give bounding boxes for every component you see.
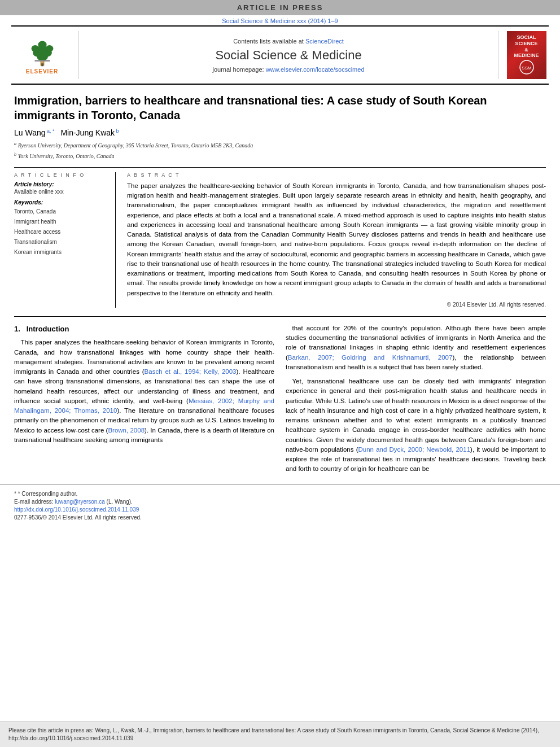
ref-barkan-link[interactable]: Barkan, 2007; Goldring and Krishnamurti,… [288,354,453,361]
author-2-super: b [115,128,119,134]
two-col-body: 1. Introduction This paper analyzes the … [14,324,546,479]
keyword-3: Healthcare access [14,227,110,237]
svg-rect-10 [41,63,43,66]
affil-2-marker: b [14,152,16,157]
issn-line: 0277-9536/© 2014 Elsevier Ltd. All right… [14,514,546,521]
corresponding-author-note: * * Corresponding author. [14,491,546,497]
corresponding-star: * [14,491,16,497]
intro-para-1: This paper analyzes the healthcare-seeki… [14,338,274,445]
intro-para-3-right: Yet, transnational healthcare use can be… [286,377,546,474]
intro-para-2-right: that account for 20% of the country's po… [286,324,546,372]
doi-line: http://dx.doi.org/10.1016/j.socscimed.20… [14,506,546,513]
section-num: 1. [14,325,20,333]
contents-list-line: Contents lists available at ScienceDirec… [233,38,344,45]
elsevier-logo: ELSEVIER [23,36,62,75]
info-abstract-row: A R T I C L E I N F O Article history: A… [14,172,546,308]
elsevier-text-label: ELSEVIER [26,68,58,75]
elsevier-tree-icon [23,36,62,67]
sciencedirect-link[interactable]: ScienceDirect [305,38,344,45]
svg-point-6 [45,45,53,52]
copyright-line: © 2014 Elsevier Ltd. All rights reserved… [127,302,546,308]
journal-homepage-line: journal homepage: www.elsevier.com/locat… [212,66,364,73]
ssm-logo-icon: SSM [518,59,535,76]
affil-2-text: York University, Toronto, Ontario, Canad… [18,153,115,159]
affil-1: a Ryerson University, Department of Geog… [14,141,546,150]
affil-1-text: Ryerson University, Department of Geogra… [18,143,253,149]
elsevier-logo-area: ELSEVIER [11,31,79,79]
journal-header: ELSEVIER Contents lists available at Sci… [11,25,549,85]
ssm-cover-image: SOCIALSCIENCE&MEDICINE SSM [507,31,546,79]
section-title-text: Introduction [27,325,69,333]
author-1-name: Lu Wang [14,128,46,137]
contents-prefix: Contents lists available at [233,38,305,45]
article-info-column: A R T I C L E I N F O Article history: A… [14,172,116,308]
email-note: E-mail address: luwang@ryerson.ca (L. Wa… [14,499,546,505]
journal-reference-line: Social Science & Medicine xxx (2014) 1–9 [0,15,560,25]
ref-messias-link[interactable]: Messias, 2002; Murphy and Mahalingam, 20… [14,397,274,414]
keyword-4: Transnationalism [14,237,110,247]
author-1-super: a, * [46,128,55,134]
abstract-column: A B S T R A C T The paper analyzes the h… [127,172,546,308]
svg-point-7 [38,41,46,49]
main-content-area: Immigration, barriers to healthcare and … [0,85,560,484]
email-person: (L. Wang). [107,499,133,505]
author-2-name: Min-Jung Kwak [60,128,115,137]
homepage-prefix: journal homepage: [212,66,265,73]
affil-1-marker: a [14,141,16,146]
journal-homepage-link[interactable]: www.elsevier.com/locate/socscimed [266,66,365,73]
email-link[interactable]: luwang@ryerson.ca [55,499,105,505]
body-divider [14,316,546,317]
affil-2: b York University, Toronto, Ontario, Can… [14,151,546,160]
ref-brown-link[interactable]: Brown, 2008 [108,427,145,434]
history-value: Available online xxx [14,189,110,195]
ref-dunn-link[interactable]: Dunn and Dyck, 2000; Newbold, 2011 [358,446,471,453]
article-in-press-banner: ARTICLE IN PRESS [0,0,560,15]
keyword-1: Toronto, Canada [14,207,110,217]
affiliations: a Ryerson University, Department of Geog… [14,141,546,160]
article-info-heading: A R T I C L E I N F O [14,172,110,178]
body-right-column: that account for 20% of the country's po… [286,324,546,479]
keywords-label: Keywords: [14,199,110,206]
keyword-5: Korean immigrants [14,247,110,257]
keyword-2: Immigrant health [14,217,110,227]
abstract-text: The paper analyzes the healthcare-seekin… [127,181,546,298]
ssm-cover-title: SOCIALSCIENCE&MEDICINE [514,34,539,59]
svg-point-5 [31,45,39,52]
intro-section-title: 1. Introduction [14,324,274,335]
info-abstract-divider [14,167,546,168]
footnotes-area: * * Corresponding author. E-mail address… [0,484,560,523]
ssm-cover-area: SOCIALSCIENCE&MEDICINE SSM [498,31,549,79]
corresponding-label: * Corresponding author. [18,491,78,497]
authors-line: Lu Wang a, * Min-Jung Kwak b [14,128,546,137]
body-left-column: 1. Introduction This paper analyzes the … [14,324,274,479]
journal-title: Social Science & Medicine [215,48,361,63]
history-label: Article history: [14,181,110,187]
abstract-heading: A B S T R A C T [127,172,546,178]
keywords-list: Toronto, Canada Immigrant health Healthc… [14,207,110,257]
email-label: E-mail address: [14,499,53,505]
journal-center-info: Contents lists available at ScienceDirec… [79,31,498,79]
svg-text:SSM: SSM [522,65,532,71]
ref-basch-link[interactable]: Basch et al., 1994; Kelly, 2003 [145,368,237,375]
citation-bar: Please cite this article in press as: Wa… [0,722,560,747]
article-title: Immigration, barriers to healthcare and … [14,93,546,123]
